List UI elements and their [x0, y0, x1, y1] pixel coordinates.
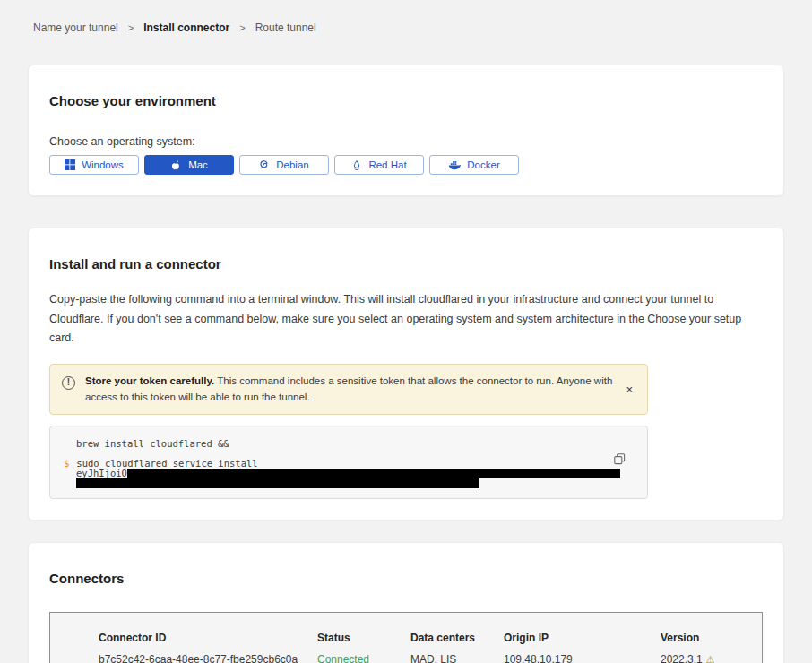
- cell-connector-id: b7c52c42-6caa-48ee-8c77-fbe259cb6c0a: [99, 653, 317, 663]
- cell-data-centers: MAD, LIS: [410, 653, 504, 663]
- cell-origin-ip: 109.48.10.179: [504, 653, 661, 663]
- os-button-label: Windows: [82, 159, 124, 170]
- shell-prompt: $: [64, 458, 69, 469]
- token-prefix: eyJhIjoiO: [76, 468, 127, 478]
- status-badge: Connected: [317, 653, 410, 663]
- tunnel-setup-page: Name your tunnel > Install connector > R…: [0, 0, 812, 663]
- copy-icon[interactable]: [614, 453, 626, 468]
- breadcrumb: Name your tunnel > Install connector > R…: [33, 22, 779, 34]
- breadcrumb-separator: >: [128, 22, 134, 33]
- environment-card: Choose your environment Choose an operat…: [28, 65, 784, 196]
- os-button-debian[interactable]: Debian: [239, 155, 329, 175]
- header-data-centers: Data centers: [410, 632, 504, 644]
- os-button-group: Windows Mac Debian: [49, 155, 763, 175]
- code-line-brew: brew install cloudflared &&: [76, 438, 635, 449]
- os-button-label: Red Hat: [368, 159, 406, 170]
- windows-icon: [65, 159, 75, 170]
- token-warning-banner: ! Store your token carefully. This comma…: [49, 364, 648, 416]
- header-connector-id: Connector ID: [99, 632, 317, 644]
- breadcrumb-route-tunnel[interactable]: Route tunnel: [255, 22, 316, 34]
- breadcrumb-separator: >: [239, 22, 245, 33]
- warning-triangle-icon: ⚠: [706, 654, 715, 663]
- connectors-table: Connector ID Status Data centers Origin …: [49, 612, 763, 663]
- close-icon[interactable]: ×: [622, 383, 636, 395]
- apple-icon: [170, 159, 182, 171]
- docker-icon: [448, 160, 461, 170]
- redaction-bar: [76, 478, 479, 488]
- connectors-card: Connectors Connector ID Status Data cent…: [28, 542, 784, 663]
- install-command-codeblock: brew install cloudflared && $ sudo cloud…: [49, 426, 648, 499]
- warning-text: Store your token carefully. This command…: [85, 373, 612, 407]
- install-card-title: Install and run a connector: [49, 256, 763, 271]
- install-connector-card: Install and run a connector Copy-paste t…: [28, 228, 784, 521]
- connectors-card-title: Connectors: [49, 571, 763, 586]
- token-line: eyJhIjoiO: [76, 469, 635, 478]
- os-select-label: Choose an operating system:: [49, 135, 763, 148]
- cell-version: 2022.3.1⚠: [661, 653, 753, 663]
- table-row: b7c52c42-6caa-48ee-8c77-fbe259cb6c0a Con…: [99, 653, 753, 663]
- environment-card-title: Choose your environment: [49, 93, 763, 108]
- os-button-redhat[interactable]: Red Hat: [334, 155, 424, 175]
- header-status: Status: [317, 632, 410, 644]
- breadcrumb-install-connector[interactable]: Install connector: [143, 22, 229, 34]
- header-origin-ip: Origin IP: [504, 632, 661, 644]
- install-description: Copy-paste the following command into a …: [49, 290, 763, 349]
- warning-bold-lead: Store your token carefully.: [85, 375, 214, 386]
- os-button-label: Debian: [276, 159, 308, 170]
- os-button-windows[interactable]: Windows: [49, 155, 139, 175]
- header-version: Version: [661, 632, 753, 644]
- redhat-icon: [351, 159, 362, 171]
- breadcrumb-name-your-tunnel[interactable]: Name your tunnel: [33, 22, 118, 34]
- os-button-docker[interactable]: Docker: [429, 155, 519, 175]
- connectors-table-header: Connector ID Status Data centers Origin …: [99, 632, 753, 644]
- alert-circle-icon: !: [62, 376, 75, 390]
- os-button-label: Mac: [188, 159, 208, 170]
- debian-icon: [259, 159, 270, 170]
- version-value: 2022.3.1: [661, 653, 703, 663]
- redaction-bar: [127, 469, 620, 478]
- os-button-label: Docker: [467, 159, 499, 170]
- os-button-mac[interactable]: Mac: [144, 155, 234, 175]
